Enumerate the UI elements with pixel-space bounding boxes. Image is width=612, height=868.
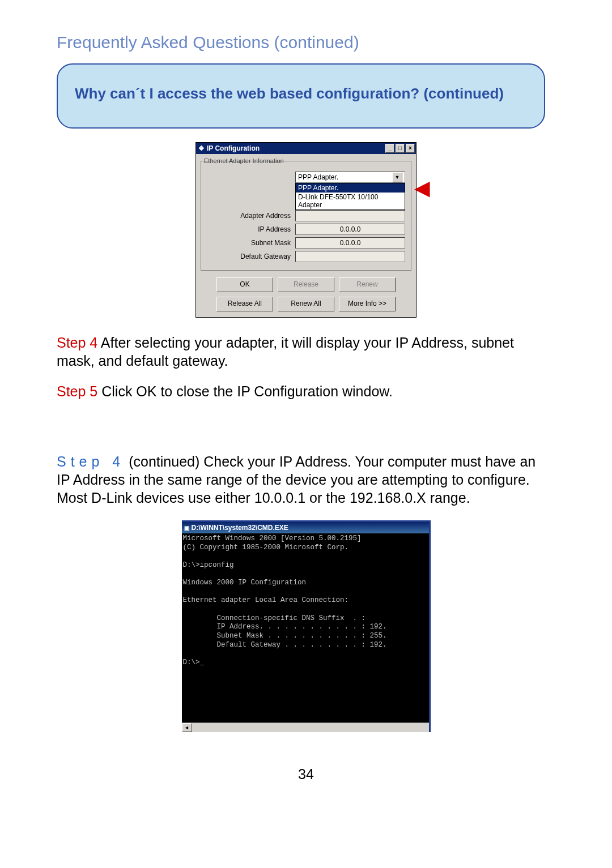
release-button[interactable]: Release: [278, 277, 334, 292]
cmd-output: Microsoft Windows 2000 [Version 5.00.219…: [182, 533, 429, 722]
field-adapter-address: [295, 210, 405, 221]
field-ip-address: 0.0.0.0: [295, 224, 405, 235]
cmd-icon: ▣: [184, 525, 189, 531]
field-default-gateway: [295, 251, 405, 262]
chevron-down-icon[interactable]: ▼: [392, 172, 402, 182]
cmd-scrollbar[interactable]: ◄: [182, 722, 429, 732]
callout-box: Why can´t I access the web based configu…: [57, 63, 545, 129]
step4-paragraph: Step 4 After selecting your adapter, it …: [57, 333, 552, 370]
step5-paragraph: Step 5 Click OK to close the IP Configur…: [57, 382, 552, 400]
window-title: IP Configuration: [207, 144, 260, 152]
page-title: Frequently Asked Questions (continued): [57, 33, 561, 52]
renew-all-button[interactable]: Renew All: [278, 297, 334, 311]
more-info-button[interactable]: More Info >>: [339, 297, 396, 311]
label-ip-address: IP Address: [207, 225, 295, 233]
step5-label: Step 5: [57, 383, 101, 399]
adapter-option-dlink[interactable]: D-Link DFE-550TX 10/100 Adapter: [296, 193, 405, 209]
step4-continued-label: Step 4: [57, 454, 125, 469]
callout-title: Why can´t I access the web based configu…: [75, 85, 527, 102]
adapter-dropdown: PPP Adapter. D-Link DFE-550TX 10/100 Ada…: [295, 183, 405, 210]
page-number: 34: [51, 766, 561, 783]
cmd-title: D:\WINNT\system32\CMD.EXE: [192, 524, 288, 532]
maximize-icon[interactable]: □: [396, 144, 405, 153]
ip-config-titlebar: ❖ IP Configuration _ □ ×: [196, 143, 416, 154]
step5-text: Click OK to close the IP Configuration w…: [101, 383, 393, 399]
minimize-icon[interactable]: _: [385, 144, 394, 153]
window-icon: ❖: [198, 144, 205, 152]
release-all-button[interactable]: Release All: [216, 297, 273, 311]
adapter-option-ppp[interactable]: PPP Adapter.: [296, 183, 405, 193]
label-adapter-address: Adapter Address: [207, 212, 295, 220]
field-subnet-mask: 0.0.0.0: [295, 237, 405, 249]
label-subnet-mask: Subnet Mask: [207, 239, 295, 247]
cmd-window: ▣ D:\WINNT\system32\CMD.EXE Microsoft Wi…: [182, 520, 431, 732]
step4-text: After selecting your adapter, it will di…: [57, 335, 514, 369]
adapter-select[interactable]: PPP Adapter. ▼ PPP Adapter. D-Link DFE-5…: [295, 172, 405, 183]
scroll-left-icon[interactable]: ◄: [182, 723, 192, 732]
step4-label: Step 4: [57, 335, 101, 350]
step4-continued-paragraph: Step 4 (continued) Check your IP Address…: [57, 452, 552, 507]
ip-config-window: ❖ IP Configuration _ □ × Ethernet Adapte…: [196, 142, 416, 318]
ok-button[interactable]: OK: [216, 277, 273, 292]
step4-continued-word: (continued): [125, 454, 203, 469]
label-default-gateway: Default Gateway: [207, 253, 295, 260]
adapter-select-value: PPP Adapter.: [298, 172, 392, 182]
close-icon[interactable]: ×: [406, 144, 415, 153]
renew-button[interactable]: Renew: [339, 277, 396, 292]
cmd-titlebar: ▣ D:\WINNT\system32\CMD.EXE: [182, 522, 429, 533]
pointer-arrow-icon: ◀: [414, 176, 430, 200]
ip-config-window-wrap: ❖ IP Configuration _ □ × Ethernet Adapte…: [196, 142, 416, 318]
